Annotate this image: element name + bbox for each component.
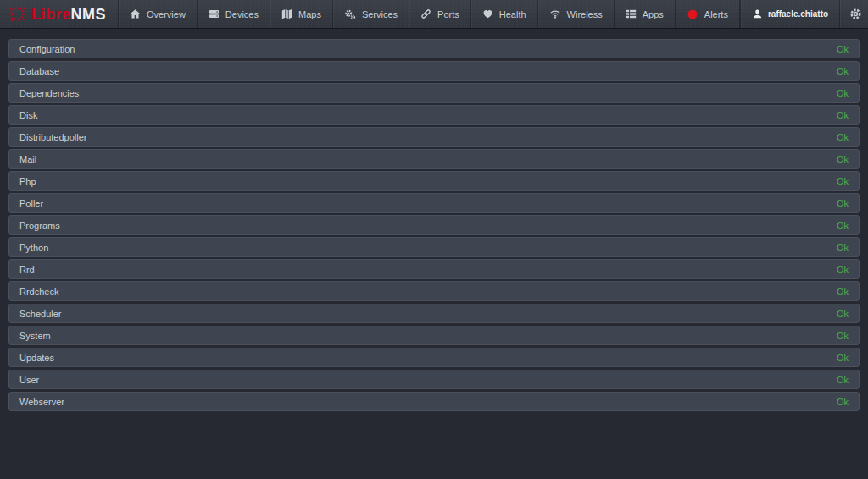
validation-row-label: Rrdcheck — [19, 287, 58, 297]
validation-row-status: Ok — [837, 309, 849, 319]
validation-row-status: Ok — [837, 220, 849, 231]
top-navbar: LibreNMS Overview Devices — [0, 0, 868, 29]
validation-row-label: User — [19, 375, 39, 385]
validation-row-label: Disk — [19, 110, 37, 120]
nav-item-label: Maps — [298, 9, 321, 19]
nav-item-devices[interactable]: Devices — [197, 0, 270, 28]
nav-item-label: Services — [362, 9, 398, 19]
librenms-logo[interactable]: LibreNMS — [0, 0, 118, 28]
validation-row[interactable]: System Ok — [8, 326, 860, 345]
validation-row-status: Ok — [837, 287, 849, 297]
main-menu: Overview Devices Maps — [118, 0, 740, 28]
brand-text-libre: Libre — [31, 6, 71, 23]
nav-item-label: Devices — [225, 9, 259, 19]
validation-row[interactable]: Updates Ok — [8, 348, 860, 367]
validation-row[interactable]: Rrd Ok — [8, 259, 860, 279]
validation-row-label: Mail — [19, 154, 36, 164]
validation-row-label: System — [19, 331, 51, 341]
validation-row-status: Ok — [837, 154, 849, 164]
validation-row-label: Programs — [19, 220, 60, 231]
brand-text: LibreNMS — [31, 7, 106, 22]
nav-item-ports[interactable]: Ports — [409, 0, 470, 28]
nav-item-health[interactable]: Health — [470, 0, 537, 28]
validation-row[interactable]: Disk Ok — [8, 105, 860, 125]
validation-row[interactable]: Database Ok — [8, 61, 860, 81]
validation-row-status: Ok — [837, 176, 849, 187]
validation-row-status: Ok — [837, 375, 849, 385]
settings-button[interactable] — [839, 0, 868, 28]
validation-row-status: Ok — [837, 242, 849, 253]
nav-item-label: Overview — [147, 9, 186, 19]
validation-row[interactable]: Distributedpoller Ok — [8, 127, 860, 147]
nav-item-label: Health — [499, 9, 526, 19]
nav-item-label: Apps — [643, 9, 664, 19]
validation-row-label: Distributedpoller — [19, 132, 86, 142]
validation-row-label: Poller — [19, 198, 43, 209]
validation-row-label: Database — [19, 66, 59, 76]
validation-row[interactable]: Dependencies Ok — [8, 83, 860, 103]
alert-circle-icon — [687, 8, 698, 20]
wifi-icon — [549, 8, 561, 19]
nav-item-label: Wireless — [567, 9, 603, 19]
validation-row-status: Ok — [837, 198, 849, 209]
validation-list: Configuration Ok Database Ok Dependencie… — [0, 29, 868, 411]
nav-item-wireless[interactable]: Wireless — [537, 0, 614, 28]
validation-row-status: Ok — [837, 353, 849, 363]
user-menu[interactable]: raffaele.chiatto — [740, 0, 839, 28]
user-icon — [752, 8, 763, 19]
cogs-icon — [344, 8, 356, 20]
map-icon — [281, 8, 292, 19]
validation-row[interactable]: Mail Ok — [8, 149, 860, 169]
librenms-logo-icon — [8, 5, 26, 23]
nav-item-maps[interactable]: Maps — [270, 0, 332, 28]
nav-item-apps[interactable]: Apps — [614, 0, 675, 28]
nav-item-label: Ports — [437, 9, 459, 19]
validation-row-status: Ok — [837, 397, 849, 407]
heart-icon — [482, 8, 493, 19]
validation-row[interactable]: Programs Ok — [8, 215, 860, 235]
nav-item-label: Alerts — [704, 9, 728, 19]
validation-row-label: Python — [19, 242, 48, 253]
validation-row-status: Ok — [837, 88, 849, 98]
nav-item-overview[interactable]: Overview — [118, 0, 197, 28]
nav-item-services[interactable]: Services — [332, 0, 409, 28]
brand-text-nms: NMS — [71, 6, 107, 23]
validation-row-label: Dependencies — [19, 88, 79, 98]
validation-row-label: Configuration — [19, 44, 75, 54]
validation-row-status: Ok — [837, 132, 849, 142]
validation-row-status: Ok — [837, 66, 849, 76]
validation-row[interactable]: Scheduler Ok — [8, 304, 860, 323]
validation-row-status: Ok — [837, 331, 849, 341]
validation-row-label: Scheduler — [19, 309, 62, 319]
validation-row[interactable]: Rrdcheck Ok — [8, 281, 860, 301]
validation-row-status: Ok — [837, 265, 849, 275]
validation-row-status: Ok — [837, 44, 849, 54]
validation-row-label: Php — [19, 176, 36, 187]
link-icon — [420, 8, 431, 19]
validation-row-label: Rrd — [19, 265, 35, 275]
validation-row-label: Webserver — [19, 397, 64, 407]
navbar-right-section: raffaele.chiatto — [740, 0, 868, 28]
username: raffaele.chiatto — [768, 9, 828, 19]
validation-row-label: Updates — [19, 353, 54, 363]
gear-icon — [849, 8, 862, 20]
validation-row[interactable]: User Ok — [8, 370, 860, 389]
validation-row-status: Ok — [837, 110, 849, 120]
apps-list-icon — [626, 8, 637, 19]
home-icon — [130, 8, 141, 19]
validation-row[interactable]: Configuration Ok — [8, 39, 860, 58]
validation-row[interactable]: Poller Ok — [8, 193, 860, 213]
validation-row[interactable]: Webserver Ok — [8, 392, 860, 411]
nav-item-alerts[interactable]: Alerts — [675, 0, 739, 28]
server-icon — [209, 8, 220, 19]
validation-row[interactable]: Php Ok — [8, 171, 860, 191]
validation-row[interactable]: Python Ok — [8, 237, 860, 257]
